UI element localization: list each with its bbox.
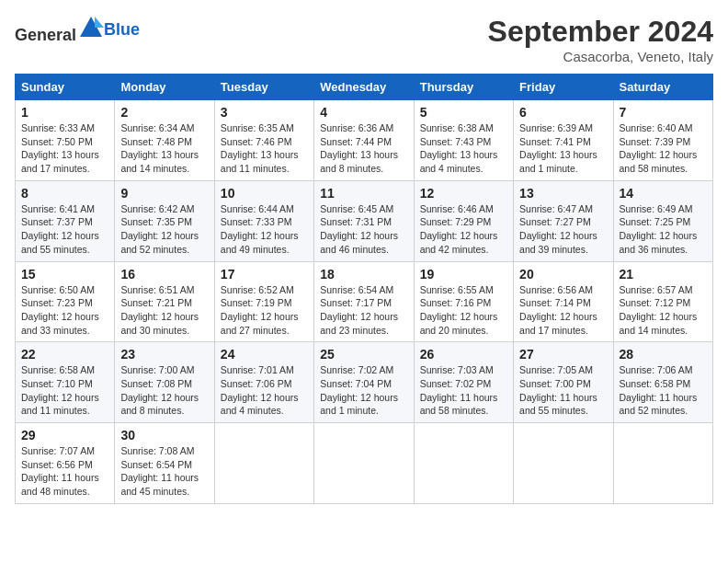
day-detail: Sunrise: 6:33 AM Sunset: 7:50 PM Dayligh…: [21, 121, 108, 176]
day-detail: Sunrise: 6:51 AM Sunset: 7:21 PM Dayligh…: [120, 283, 208, 338]
calendar-week-row: 15Sunrise: 6:50 AM Sunset: 7:23 PM Dayli…: [16, 261, 713, 342]
day-number: 1: [21, 105, 108, 120]
month-title: September 2024: [488, 15, 713, 49]
day-detail: Sunrise: 6:35 AM Sunset: 7:46 PM Dayligh…: [221, 121, 308, 176]
logo-general: General: [15, 26, 76, 44]
day-detail: Sunrise: 6:58 AM Sunset: 7:10 PM Dayligh…: [21, 363, 108, 418]
calendar-cell: 6Sunrise: 6:39 AM Sunset: 7:41 PM Daylig…: [514, 100, 613, 181]
title-block: September 2024 Casacorba, Veneto, Italy: [488, 15, 713, 64]
day-number: 27: [519, 347, 607, 362]
day-detail: Sunrise: 6:50 AM Sunset: 7:23 PM Dayligh…: [21, 283, 108, 338]
day-detail: Sunrise: 6:49 AM Sunset: 7:25 PM Dayligh…: [620, 202, 707, 257]
day-number: 15: [21, 267, 108, 282]
location: Casacorba, Veneto, Italy: [488, 49, 713, 64]
calendar-cell: 14Sunrise: 6:49 AM Sunset: 7:25 PM Dayli…: [613, 180, 712, 261]
day-number: 22: [21, 347, 108, 362]
calendar-cell: 12Sunrise: 6:46 AM Sunset: 7:29 PM Dayli…: [414, 180, 513, 261]
calendar-week-row: 22Sunrise: 6:58 AM Sunset: 7:10 PM Dayli…: [16, 342, 713, 423]
calendar-cell: 25Sunrise: 7:02 AM Sunset: 7:04 PM Dayli…: [314, 342, 414, 423]
calendar-cell: 7Sunrise: 6:40 AM Sunset: 7:39 PM Daylig…: [613, 100, 712, 181]
day-number: 5: [420, 105, 507, 120]
day-detail: Sunrise: 6:41 AM Sunset: 7:37 PM Dayligh…: [21, 202, 108, 257]
day-number: 2: [120, 105, 208, 120]
calendar-cell: 9Sunrise: 6:42 AM Sunset: 7:35 PM Daylig…: [115, 180, 214, 261]
calendar-cell: 24Sunrise: 7:01 AM Sunset: 7:06 PM Dayli…: [214, 342, 313, 423]
day-detail: Sunrise: 6:40 AM Sunset: 7:39 PM Dayligh…: [620, 121, 707, 176]
day-number: 23: [120, 347, 208, 362]
day-number: 30: [120, 428, 208, 442]
day-number: 26: [420, 347, 507, 362]
day-detail: Sunrise: 6:34 AM Sunset: 7:48 PM Dayligh…: [120, 121, 208, 176]
day-number: 29: [21, 428, 108, 442]
calendar-cell: 8Sunrise: 6:41 AM Sunset: 7:37 PM Daylig…: [16, 180, 115, 261]
calendar-cell: [613, 423, 712, 504]
day-detail: Sunrise: 7:06 AM Sunset: 6:58 PM Dayligh…: [620, 363, 707, 418]
day-number: 11: [320, 186, 407, 201]
calendar-cell: 21Sunrise: 6:57 AM Sunset: 7:12 PM Dayli…: [613, 261, 712, 342]
weekday-header-monday: Monday: [115, 75, 214, 100]
logo-blue: Blue: [104, 20, 140, 40]
calendar-cell: 11Sunrise: 6:45 AM Sunset: 7:31 PM Dayli…: [314, 180, 414, 261]
day-detail: Sunrise: 6:54 AM Sunset: 7:17 PM Dayligh…: [320, 283, 407, 338]
day-number: 13: [519, 186, 607, 201]
weekday-header-saturday: Saturday: [613, 75, 712, 100]
calendar-cell: 16Sunrise: 6:51 AM Sunset: 7:21 PM Dayli…: [115, 261, 214, 342]
day-number: 18: [320, 267, 407, 282]
calendar-cell: [214, 423, 313, 504]
calendar-cell: 28Sunrise: 7:06 AM Sunset: 6:58 PM Dayli…: [613, 342, 712, 423]
day-detail: Sunrise: 6:44 AM Sunset: 7:33 PM Dayligh…: [221, 202, 308, 257]
day-detail: Sunrise: 6:47 AM Sunset: 7:27 PM Dayligh…: [519, 202, 607, 257]
day-number: 25: [320, 347, 407, 362]
logo-icon: [78, 15, 104, 40]
calendar-cell: 15Sunrise: 6:50 AM Sunset: 7:23 PM Dayli…: [16, 261, 115, 342]
calendar-cell: 10Sunrise: 6:44 AM Sunset: 7:33 PM Dayli…: [214, 180, 313, 261]
day-number: 10: [221, 186, 308, 201]
weekday-header-friday: Friday: [514, 75, 613, 100]
day-number: 19: [420, 267, 507, 282]
calendar-cell: [314, 423, 414, 504]
day-number: 6: [519, 105, 607, 120]
day-number: 3: [221, 105, 308, 120]
day-number: 16: [120, 267, 208, 282]
day-detail: Sunrise: 6:56 AM Sunset: 7:14 PM Dayligh…: [519, 283, 607, 338]
day-detail: Sunrise: 7:08 AM Sunset: 6:54 PM Dayligh…: [120, 444, 208, 499]
calendar-cell: 22Sunrise: 6:58 AM Sunset: 7:10 PM Dayli…: [16, 342, 115, 423]
day-detail: Sunrise: 6:55 AM Sunset: 7:16 PM Dayligh…: [420, 283, 507, 338]
day-detail: Sunrise: 6:52 AM Sunset: 7:19 PM Dayligh…: [221, 283, 308, 338]
svg-marker-1: [95, 17, 104, 28]
calendar-cell: 19Sunrise: 6:55 AM Sunset: 7:16 PM Dayli…: [414, 261, 513, 342]
calendar-week-row: 1Sunrise: 6:33 AM Sunset: 7:50 PM Daylig…: [16, 100, 713, 181]
calendar-week-row: 8Sunrise: 6:41 AM Sunset: 7:37 PM Daylig…: [16, 180, 713, 261]
day-number: 4: [320, 105, 407, 120]
calendar-cell: 17Sunrise: 6:52 AM Sunset: 7:19 PM Dayli…: [214, 261, 313, 342]
day-detail: Sunrise: 7:00 AM Sunset: 7:08 PM Dayligh…: [120, 363, 208, 418]
calendar-cell: 2Sunrise: 6:34 AM Sunset: 7:48 PM Daylig…: [115, 100, 214, 181]
day-number: 17: [221, 267, 308, 282]
calendar-cell: 5Sunrise: 6:38 AM Sunset: 7:43 PM Daylig…: [414, 100, 513, 181]
weekday-header-tuesday: Tuesday: [214, 75, 313, 100]
day-detail: Sunrise: 7:05 AM Sunset: 7:00 PM Dayligh…: [519, 363, 607, 418]
calendar-cell: 29Sunrise: 7:07 AM Sunset: 6:56 PM Dayli…: [16, 423, 115, 504]
calendar-cell: 18Sunrise: 6:54 AM Sunset: 7:17 PM Dayli…: [314, 261, 414, 342]
logo: General Blue: [15, 15, 140, 45]
day-detail: Sunrise: 7:07 AM Sunset: 6:56 PM Dayligh…: [21, 444, 108, 499]
calendar-cell: [514, 423, 613, 504]
day-number: 28: [620, 347, 707, 362]
calendar-cell: 27Sunrise: 7:05 AM Sunset: 7:00 PM Dayli…: [514, 342, 613, 423]
day-number: 12: [420, 186, 507, 201]
day-detail: Sunrise: 6:46 AM Sunset: 7:29 PM Dayligh…: [420, 202, 507, 257]
calendar-week-row: 29Sunrise: 7:07 AM Sunset: 6:56 PM Dayli…: [16, 423, 713, 504]
day-detail: Sunrise: 7:03 AM Sunset: 7:02 PM Dayligh…: [420, 363, 507, 418]
day-number: 9: [120, 186, 208, 201]
calendar-cell: 4Sunrise: 6:36 AM Sunset: 7:44 PM Daylig…: [314, 100, 414, 181]
calendar-cell: 20Sunrise: 6:56 AM Sunset: 7:14 PM Dayli…: [514, 261, 613, 342]
calendar-table: SundayMondayTuesdayWednesdayThursdayFrid…: [15, 74, 713, 504]
calendar-cell: 1Sunrise: 6:33 AM Sunset: 7:50 PM Daylig…: [16, 100, 115, 181]
day-detail: Sunrise: 7:01 AM Sunset: 7:06 PM Dayligh…: [221, 363, 308, 418]
calendar-cell: [414, 423, 513, 504]
day-number: 20: [519, 267, 607, 282]
day-detail: Sunrise: 6:36 AM Sunset: 7:44 PM Dayligh…: [320, 121, 407, 176]
weekday-header-thursday: Thursday: [414, 75, 513, 100]
weekday-header-row: SundayMondayTuesdayWednesdayThursdayFrid…: [16, 75, 713, 100]
day-number: 21: [620, 267, 707, 282]
